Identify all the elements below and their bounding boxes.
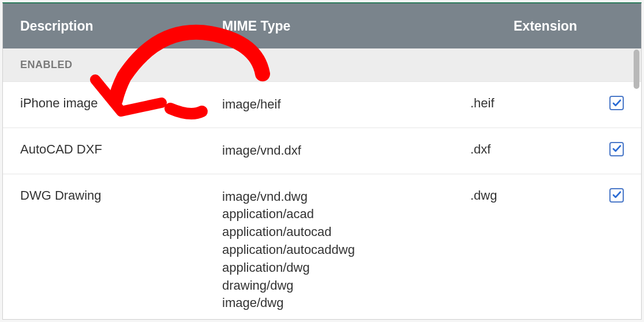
header-extension: Extension [470, 18, 620, 34]
header-mime-type: MIME Type [222, 17, 470, 35]
row-checkbox-cell [586, 142, 624, 156]
row-mime-types: image/vnd.dxf [222, 142, 470, 160]
row-extension: .heif [470, 96, 586, 111]
mime-type-value: application/acad [222, 205, 470, 223]
row-checkbox-cell [586, 96, 624, 110]
enable-checkbox[interactable] [609, 142, 624, 156]
row-description: AutoCAD DXF [20, 142, 222, 157]
mime-type-value: image/heif [222, 96, 470, 114]
mime-type-value: application/autocad [222, 223, 470, 241]
checkmark-icon [612, 144, 622, 154]
section-enabled-label: ENABLED [3, 48, 641, 82]
table-row: DWG Drawingimage/vnd.dwgapplication/acad… [3, 174, 641, 319]
row-mime-types: image/vnd.dwgapplication/acadapplication… [222, 188, 470, 313]
row-extension: .dxf [470, 142, 586, 157]
table-scroll-wrapper[interactable]: Description MIME Type Extension ENABLED … [3, 3, 641, 319]
mime-type-value: image/vnd.dxf [222, 142, 470, 160]
header-description: Description [20, 18, 222, 34]
mime-type-value: application/autocaddwg [222, 241, 470, 259]
table-row: AutoCAD DXFimage/vnd.dxf.dxf [3, 128, 641, 174]
row-description: iPhone image [20, 96, 222, 111]
row-mime-types: image/heif [222, 96, 470, 114]
table-row: iPhone imageimage/heif.heif [3, 82, 641, 128]
row-description: DWG Drawing [20, 188, 222, 203]
mime-type-value: image/dwg [222, 294, 470, 312]
checkmark-icon [612, 98, 622, 108]
mime-type-value: image/vnd.dwg [222, 188, 470, 206]
row-extension: .dwg [470, 188, 586, 203]
table-header-row: Description MIME Type Extension [3, 3, 641, 48]
row-checkbox-cell [586, 188, 624, 203]
enable-checkbox[interactable] [609, 188, 624, 203]
scrollbar-thumb[interactable] [634, 50, 639, 89]
mime-types-table-container: Description MIME Type Extension ENABLED … [2, 2, 642, 320]
checkmark-icon [612, 190, 622, 200]
enable-checkbox[interactable] [609, 96, 624, 110]
mime-type-value: application/dwg [222, 259, 470, 277]
mime-type-value: drawing/dwg [222, 277, 470, 295]
